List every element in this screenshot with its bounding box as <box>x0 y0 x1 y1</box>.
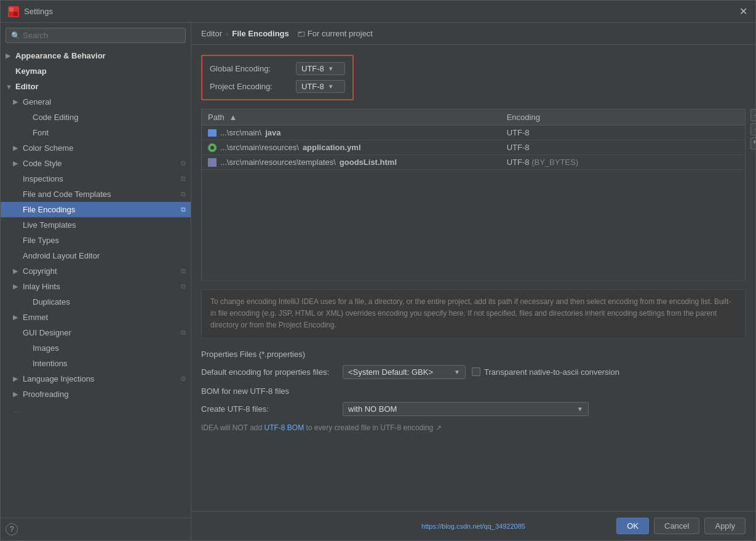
table-row[interactable]: ...\src\main\resources\templates\goodsLi… <box>202 155 746 170</box>
sidebar-item-language-injections[interactable]: ▶ Language Injections ⧉ <box>1 371 191 387</box>
sidebar-item-label: Proofreading <box>23 390 68 399</box>
create-utf8-select[interactable]: with NO BOM ▼ <box>343 402 589 416</box>
chevron-right-icon: ▶ <box>13 390 20 398</box>
global-encoding-label: Global Encoding: <box>210 64 290 73</box>
info-text: To change encoding IntelliJ IDEA uses fo… <box>201 289 746 339</box>
path-bold: application.yml <box>303 143 361 152</box>
file-table: Path ▲ Encoding <box>201 109 746 281</box>
add-row-button[interactable]: + <box>750 109 755 121</box>
sidebar-item-duplicates[interactable]: Duplicates <box>1 294 191 310</box>
chevron-down-icon: ▼ <box>6 83 13 90</box>
default-encoding-select[interactable]: <System Default: GBK> ▼ <box>343 365 466 379</box>
svg-rect-1 <box>14 7 18 12</box>
project-encoding-select[interactable]: UTF-8 ▼ <box>296 80 345 93</box>
encoding-value: UTF-8 <box>507 143 530 152</box>
transparent-checkbox[interactable] <box>472 367 480 376</box>
cancel-button[interactable]: Cancel <box>654 518 699 534</box>
sidebar-item-editor[interactable]: ▼ Editor <box>1 79 191 94</box>
sidebar-item-file-encodings[interactable]: File Encodings ⧉ <box>1 202 191 217</box>
sidebar-item-label: Language Injections <box>23 374 94 383</box>
path-cell: ...\src\main\resources\application.yml <box>202 140 501 155</box>
sidebar-item-appearance[interactable]: ▶ Appearance & Behavior <box>1 48 191 63</box>
edit-row-button[interactable]: ✎ <box>750 137 755 150</box>
close-button[interactable]: ✕ <box>738 7 748 17</box>
svg-rect-0 <box>9 7 14 12</box>
sidebar-item-color-scheme[interactable]: ▶ Color Scheme <box>1 140 191 156</box>
path-cell: ...\src\main\resources\templates\goodsLi… <box>202 155 501 170</box>
sidebar-item-intentions[interactable]: Intentions <box>1 356 191 371</box>
encoding-cell: UTF-8 <box>501 140 746 155</box>
bom-info-link[interactable]: UTF-8 BOM <box>264 423 304 432</box>
transparent-label: Transparent native-to-ascii conversion <box>484 367 619 377</box>
project-encoding-row: Project Encoding: UTF-8 ▼ <box>210 80 345 93</box>
spacer <box>13 252 20 260</box>
table-row[interactable]: ...\src\main\resources\application.yml U… <box>202 140 746 155</box>
path-prefix: ...\src\main\ <box>220 128 261 137</box>
dropdown-arrow-icon: ▼ <box>328 65 334 72</box>
breadcrumb-parent[interactable]: Editor <box>201 29 222 38</box>
sidebar-item-font[interactable]: Font <box>1 125 191 140</box>
titlebar: Settings ✕ <box>1 1 755 23</box>
search-input[interactable] <box>23 31 180 40</box>
template-icon <box>208 158 217 167</box>
sidebar-item-file-code-templates[interactable]: File and Code Templates ⧉ <box>1 186 191 202</box>
for-project-link[interactable]: For current project <box>298 29 373 38</box>
sidebar-item-proofreading[interactable]: ▶ Proofreading <box>1 387 191 402</box>
main-content: Global Encoding: UTF-8 ▼ Project Encodin… <box>191 45 755 511</box>
apply-button[interactable]: Apply <box>704 518 746 534</box>
bom-info-before: IDEA will NOT add <box>201 423 264 432</box>
sidebar-item-label: Font <box>33 128 49 137</box>
search-icon: 🔍 <box>11 31 20 40</box>
ok-button[interactable]: OK <box>616 518 649 534</box>
sidebar-item-label: File Encodings <box>23 205 75 214</box>
sidebar-item-live-templates[interactable]: Live Templates <box>1 217 191 233</box>
copy-icon: ⧉ <box>181 283 186 291</box>
sidebar-item-emmet[interactable]: ▶ Emmet <box>1 310 191 325</box>
chevron-right-icon: ▶ <box>13 267 20 275</box>
sidebar-item-keymap[interactable]: Keymap <box>1 63 191 79</box>
path-col-label: Path <box>208 113 225 122</box>
spacer <box>13 175 20 183</box>
sidebar-item-label: Inlay Hints <box>23 282 60 291</box>
sidebar-item-inlay-hints[interactable]: ▶ Inlay Hints ⧉ <box>1 279 191 294</box>
spacer <box>6 68 13 75</box>
path-cell: ...\src\main\java <box>202 126 501 140</box>
global-encoding-select[interactable]: UTF-8 ▼ <box>296 62 345 75</box>
table-row[interactable]: ...\src\main\java UTF-8 <box>202 126 746 140</box>
encoding-value: UTF-8 <box>507 128 530 137</box>
sidebar-item-label: Keymap <box>15 66 47 76</box>
sidebar-item-general[interactable]: ▶ General <box>1 94 191 110</box>
sidebar-item-android-layout[interactable]: Android Layout Editor <box>1 248 191 263</box>
spacer <box>13 329 20 337</box>
sidebar-item-file-types[interactable]: File Types <box>1 233 191 248</box>
create-utf8-value: with NO BOM <box>348 404 397 414</box>
breadcrumb: Editor › File Encodings For current proj… <box>191 23 755 45</box>
path-column-header[interactable]: Path ▲ <box>202 110 501 126</box>
sidebar-item-label: Copyright <box>23 266 57 276</box>
sidebar-item-label: General <box>23 97 51 106</box>
encoding-note: (BY_BYTES) <box>531 158 578 167</box>
sidebar-item-copyright[interactable]: ▶ Copyright ⧉ <box>1 263 191 279</box>
spacer <box>23 360 30 367</box>
sidebar-item-inspections[interactable]: Inspections ⧉ <box>1 171 191 186</box>
footer: https://blog.csdn.net/qq_34922085 OK Can… <box>191 511 755 540</box>
sidebar-item-images[interactable]: Images <box>1 340 191 356</box>
table-side-buttons: + − ✎ <box>750 109 755 150</box>
encoding-section: Global Encoding: UTF-8 ▼ Project Encodin… <box>201 55 354 100</box>
remove-row-button[interactable]: − <box>750 123 755 135</box>
sidebar-item-code-style[interactable]: ▶ Code Style ⧉ <box>1 156 191 171</box>
spacer <box>23 129 30 137</box>
sidebar-item-gui-designer[interactable]: GUI Designer ⧉ <box>1 325 191 340</box>
help-button[interactable]: ? <box>6 523 18 535</box>
sidebar-item-label: Color Scheme <box>23 143 73 153</box>
chevron-right-icon: ▶ <box>13 159 20 167</box>
bom-info-after: to every created file in UTF-8 encoding … <box>304 423 441 432</box>
search-box[interactable]: 🔍 <box>6 28 186 43</box>
dropdown-arrow-icon: ▼ <box>328 83 334 90</box>
spacer <box>23 114 30 121</box>
sidebar-item-code-editing[interactable]: Code Editing <box>1 110 191 125</box>
project-encoding-label: Project Encoding: <box>210 82 290 91</box>
global-encoding-row: Global Encoding: UTF-8 ▼ <box>210 62 345 75</box>
sort-arrow-icon: ▲ <box>229 113 237 122</box>
footer-link[interactable]: https://blog.csdn.net/qq_34922085 <box>421 523 525 530</box>
